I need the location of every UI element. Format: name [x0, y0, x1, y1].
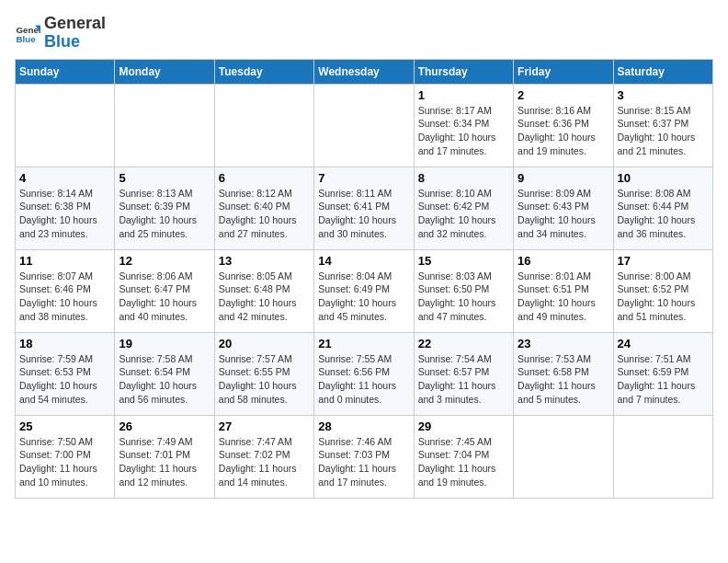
day-number: 16: [518, 254, 609, 268]
day-info: Sunrise: 8:06 AMSunset: 6:47 PMDaylight:…: [119, 270, 210, 324]
logo: General Blue GeneralBlue: [15, 15, 106, 52]
day-number: 22: [418, 337, 509, 350]
calendar-cell: 7Sunrise: 8:11 AMSunset: 6:41 PMDaylight…: [314, 167, 414, 249]
header: General Blue GeneralBlue: [15, 15, 713, 52]
calendar-cell: [514, 415, 613, 498]
calendar-cell: 21Sunrise: 7:55 AMSunset: 6:56 PMDayligh…: [314, 332, 414, 415]
logo-text: GeneralBlue: [44, 15, 106, 52]
calendar-cell: 16Sunrise: 8:01 AMSunset: 6:51 PMDayligh…: [514, 249, 613, 332]
day-number: 28: [318, 419, 409, 433]
calendar-cell: [314, 84, 414, 167]
day-number: 9: [518, 171, 609, 185]
calendar-cell: 27Sunrise: 7:47 AMSunset: 7:02 PMDayligh…: [214, 415, 313, 498]
day-number: 25: [19, 419, 110, 433]
day-info: Sunrise: 8:08 AMSunset: 6:44 PMDaylight:…: [618, 187, 709, 241]
day-number: 6: [219, 171, 310, 185]
calendar-cell: 23Sunrise: 7:53 AMSunset: 6:58 PMDayligh…: [514, 332, 613, 415]
calendar-cell: 10Sunrise: 8:08 AMSunset: 6:44 PMDayligh…: [613, 167, 712, 249]
calendar-cell: 20Sunrise: 7:57 AMSunset: 6:55 PMDayligh…: [214, 332, 313, 415]
day-number: 18: [19, 337, 110, 350]
day-number: 19: [119, 337, 210, 350]
day-number: 12: [119, 254, 210, 268]
calendar-cell: 14Sunrise: 8:04 AMSunset: 6:49 PMDayligh…: [314, 249, 414, 332]
day-number: 24: [618, 337, 709, 350]
day-info: Sunrise: 8:10 AMSunset: 6:42 PMDaylight:…: [418, 187, 509, 241]
day-info: Sunrise: 7:55 AMSunset: 6:56 PMDaylight:…: [318, 352, 409, 407]
day-info: Sunrise: 8:04 AMSunset: 6:49 PMDaylight:…: [318, 270, 409, 324]
day-info: Sunrise: 8:03 AMSunset: 6:50 PMDaylight:…: [418, 270, 509, 324]
calendar-cell: 22Sunrise: 7:54 AMSunset: 6:57 PMDayligh…: [414, 332, 513, 415]
header-day-thursday: Thursday: [414, 59, 513, 84]
day-info: Sunrise: 8:11 AMSunset: 6:41 PMDaylight:…: [318, 187, 409, 241]
calendar-cell: 5Sunrise: 8:13 AMSunset: 6:39 PMDaylight…: [115, 167, 214, 249]
calendar-week-3: 11Sunrise: 8:07 AMSunset: 6:46 PMDayligh…: [16, 249, 713, 332]
day-info: Sunrise: 8:00 AMSunset: 6:52 PMDaylight:…: [618, 270, 709, 324]
calendar-cell: 17Sunrise: 8:00 AMSunset: 6:52 PMDayligh…: [613, 249, 712, 332]
day-info: Sunrise: 8:09 AMSunset: 6:43 PMDaylight:…: [518, 187, 609, 241]
day-info: Sunrise: 7:53 AMSunset: 6:58 PMDaylight:…: [518, 352, 609, 407]
calendar-cell: 12Sunrise: 8:06 AMSunset: 6:47 PMDayligh…: [115, 249, 214, 332]
calendar-cell: 19Sunrise: 7:58 AMSunset: 6:54 PMDayligh…: [115, 332, 214, 415]
day-number: 20: [219, 337, 310, 350]
header-day-friday: Friday: [514, 59, 613, 84]
calendar-cell: 2Sunrise: 8:16 AMSunset: 6:36 PMDaylight…: [514, 84, 613, 167]
day-info: Sunrise: 8:16 AMSunset: 6:36 PMDaylight:…: [518, 104, 609, 158]
day-number: 21: [318, 337, 409, 350]
day-info: Sunrise: 8:07 AMSunset: 6:46 PMDaylight:…: [19, 270, 110, 324]
calendar-week-1: 1Sunrise: 8:17 AMSunset: 6:34 PMDaylight…: [16, 84, 713, 167]
day-number: 3: [618, 88, 709, 102]
calendar-cell: 6Sunrise: 8:12 AMSunset: 6:40 PMDaylight…: [214, 167, 313, 249]
day-number: 10: [618, 171, 709, 185]
calendar-table: SundayMondayTuesdayWednesdayThursdayFrid…: [15, 59, 713, 499]
day-info: Sunrise: 8:15 AMSunset: 6:37 PMDaylight:…: [618, 104, 709, 158]
day-number: 2: [518, 88, 609, 102]
day-info: Sunrise: 7:46 AMSunset: 7:03 PMDaylight:…: [318, 435, 409, 489]
day-number: 1: [418, 88, 509, 102]
day-info: Sunrise: 7:57 AMSunset: 6:55 PMDaylight:…: [219, 352, 310, 407]
calendar-cell: [16, 84, 115, 167]
calendar-cell: 25Sunrise: 7:50 AMSunset: 7:00 PMDayligh…: [16, 415, 115, 498]
svg-text:Blue: Blue: [16, 34, 36, 44]
calendar-cell: 1Sunrise: 8:17 AMSunset: 6:34 PMDaylight…: [414, 84, 513, 167]
day-number: 26: [119, 419, 210, 433]
day-number: 5: [119, 171, 210, 185]
day-info: Sunrise: 7:54 AMSunset: 6:57 PMDaylight:…: [418, 352, 509, 407]
calendar-cell: 3Sunrise: 8:15 AMSunset: 6:37 PMDaylight…: [613, 84, 712, 167]
day-number: 27: [219, 419, 310, 433]
day-number: 17: [618, 254, 709, 268]
calendar-cell: [115, 84, 214, 167]
calendar-cell: 4Sunrise: 8:14 AMSunset: 6:38 PMDaylight…: [16, 167, 115, 249]
calendar-cell: 18Sunrise: 7:59 AMSunset: 6:53 PMDayligh…: [16, 332, 115, 415]
day-info: Sunrise: 8:05 AMSunset: 6:48 PMDaylight:…: [219, 270, 310, 324]
calendar-week-4: 18Sunrise: 7:59 AMSunset: 6:53 PMDayligh…: [16, 332, 713, 415]
header-day-tuesday: Tuesday: [214, 59, 313, 84]
day-info: Sunrise: 7:50 AMSunset: 7:00 PMDaylight:…: [19, 435, 110, 489]
logo-icon: General Blue: [15, 20, 40, 46]
day-info: Sunrise: 7:59 AMSunset: 6:53 PMDaylight:…: [19, 352, 110, 407]
calendar-cell: 8Sunrise: 8:10 AMSunset: 6:42 PMDaylight…: [414, 167, 513, 249]
day-info: Sunrise: 8:17 AMSunset: 6:34 PMDaylight:…: [418, 104, 509, 158]
header-day-monday: Monday: [115, 59, 214, 84]
day-info: Sunrise: 7:51 AMSunset: 6:59 PMDaylight:…: [618, 352, 709, 407]
header-day-saturday: Saturday: [613, 59, 712, 84]
day-info: Sunrise: 8:14 AMSunset: 6:38 PMDaylight:…: [19, 187, 110, 241]
day-number: 7: [318, 171, 409, 185]
calendar-week-5: 25Sunrise: 7:50 AMSunset: 7:00 PMDayligh…: [16, 415, 713, 498]
day-info: Sunrise: 8:12 AMSunset: 6:40 PMDaylight:…: [219, 187, 310, 241]
day-number: 4: [19, 171, 110, 185]
day-info: Sunrise: 7:58 AMSunset: 6:54 PMDaylight:…: [119, 352, 210, 407]
day-info: Sunrise: 7:47 AMSunset: 7:02 PMDaylight:…: [219, 435, 310, 489]
day-number: 29: [418, 419, 509, 433]
calendar-header-row: SundayMondayTuesdayWednesdayThursdayFrid…: [16, 59, 713, 84]
calendar-cell: [214, 84, 313, 167]
calendar-cell: 24Sunrise: 7:51 AMSunset: 6:59 PMDayligh…: [613, 332, 712, 415]
calendar-cell: 15Sunrise: 8:03 AMSunset: 6:50 PMDayligh…: [414, 249, 513, 332]
header-day-sunday: Sunday: [16, 59, 115, 84]
day-info: Sunrise: 7:49 AMSunset: 7:01 PMDaylight:…: [119, 435, 210, 489]
day-info: Sunrise: 8:01 AMSunset: 6:51 PMDaylight:…: [518, 270, 609, 324]
day-number: 14: [318, 254, 409, 268]
calendar-cell: 28Sunrise: 7:46 AMSunset: 7:03 PMDayligh…: [314, 415, 414, 498]
calendar-cell: 11Sunrise: 8:07 AMSunset: 6:46 PMDayligh…: [16, 249, 115, 332]
calendar-cell: [613, 415, 712, 498]
day-info: Sunrise: 8:13 AMSunset: 6:39 PMDaylight:…: [119, 187, 210, 241]
